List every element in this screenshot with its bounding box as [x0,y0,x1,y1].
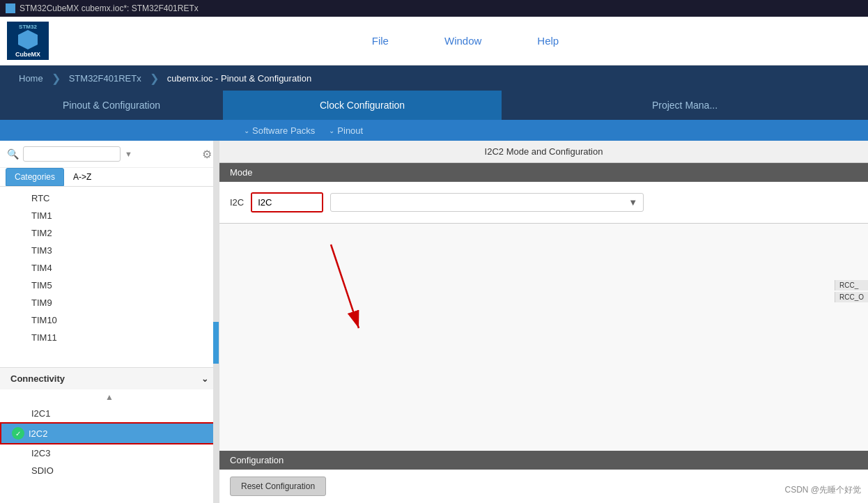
i2c-dropdown-highlighted[interactable] [251,192,323,212]
sub-tab-pinout[interactable]: ⌄ Pinout [329,125,363,136]
i2c-full-dropdown[interactable]: ▼ [330,193,644,212]
spacer [0,346,219,367]
search-dropdown-arrow[interactable]: ▼ [125,150,132,158]
reset-config-button[interactable]: Reset Configuration [230,477,326,496]
list-item-i2c3[interactable]: I2C3 [0,444,219,462]
sub-tab-pinout-label: Pinout [337,125,363,136]
annotation-area [219,224,868,377]
content-spacer [219,377,868,451]
list-item-i2c1[interactable]: I2C1 [0,405,219,422]
tab-project[interactable]: Project Mana... [502,91,868,120]
menu-window[interactable]: Window [437,31,488,50]
svg-line-1 [331,245,359,328]
scroll-indicator: ▲ [0,389,219,405]
mode-header: Mode [219,163,868,182]
sidebar: 🔍 ▼ ⚙ Categories A->Z RTC TIM1 TIM2 TIM3… [0,141,219,503]
sub-tab-software-packs-label: Software Packs [252,125,315,136]
tab-clock[interactable]: Clock Configuration [223,91,502,120]
sidebar-tab-categories[interactable]: Categories [6,168,64,186]
logo-line1: STM32 [19,24,37,30]
search-icon: 🔍 [7,148,19,160]
breadcrumb-sep-2: ❯ [150,72,159,85]
breadcrumb-current[interactable]: cubemx.ioc - Pinout & Configuration [159,73,320,84]
watermark: CSDN @先睡个好觉 [784,484,861,496]
panel-title: I2C2 Mode and Configuration [219,141,868,163]
logo: STM32 CubeMX [7,22,49,60]
menu-file[interactable]: File [365,31,396,50]
gear-icon[interactable]: ⚙ [202,148,212,161]
sidebar-tab-row: Categories A->Z [0,168,219,187]
content-area: I2C2 Mode and Configuration Mode I2C ▼ [219,141,868,503]
mode-section: Mode I2C ▼ [219,163,868,224]
breadcrumb-device[interactable]: STM32F401RETx [61,73,150,84]
i2c-value-input[interactable] [252,194,322,211]
list-item-tim2[interactable]: TIM2 [0,224,219,242]
sidebar-list: RTC TIM1 TIM2 TIM3 TIM4 TIM5 TIM9 TIM10 … [0,187,219,503]
dropdown-arrow-icon: ▼ [628,197,637,208]
title-text: STM32CubeMX cubemx.ioc*: STM32F401RETx [20,3,199,13]
connectivity-label: Connectivity [10,373,65,384]
right-labels: RCC_ RCC_O [835,280,868,302]
list-item-i2c2-selected[interactable]: ✓ I2C2 [0,422,219,444]
menu-help[interactable]: Help [530,31,566,50]
right-label-rcc-o: RCC_O [835,292,868,302]
sidebar-scrollbar-thumb[interactable] [213,322,219,364]
list-item-rtc[interactable]: RTC [0,189,219,207]
sub-tab-row: ⌄ Software Packs ⌄ Pinout [0,120,868,141]
logo-line2: CubeMX [15,51,40,58]
list-item-tim9[interactable]: TIM9 [0,294,219,311]
tab-pinout[interactable]: Pinout & Configuration [0,91,223,120]
search-input[interactable] [23,146,121,162]
menu-bar: STM32 CubeMX File Window Help [0,17,868,65]
chevron-down-icon-2: ⌄ [329,127,334,134]
config-header: Configuration [219,451,868,470]
chevron-down-icon: ⌄ [244,127,249,134]
connectivity-header[interactable]: Connectivity ⌄ [0,367,219,389]
breadcrumb-sep-1: ❯ [52,72,61,85]
list-item-tim1[interactable]: TIM1 [0,207,219,224]
logo-cube-icon [18,30,38,49]
sidebar-search-row: 🔍 ▼ ⚙ [0,141,219,168]
sidebar-tab-alpha[interactable]: A->Z [64,168,100,186]
title-bar: STM32CubeMX cubemx.ioc*: STM32F401RETx [0,0,868,17]
main-layout: 🔍 ▼ ⚙ Categories A->Z RTC TIM1 TIM2 TIM3… [0,141,868,503]
breadcrumb: Home ❯ STM32F401RETx ❯ cubemx.ioc - Pino… [0,65,868,91]
tab-header: Pinout & Configuration Clock Configurati… [0,91,868,120]
list-item-tim4[interactable]: TIM4 [0,259,219,277]
sub-tab-software-packs[interactable]: ⌄ Software Packs [244,125,315,136]
right-label-rcc: RCC_ [835,280,868,291]
check-icon: ✓ [12,427,24,440]
app-icon [6,3,15,13]
config-content: Reset Configuration [219,470,868,503]
mode-content: I2C ▼ [219,182,868,223]
list-item-i2c2-label: I2C2 [29,428,47,439]
list-item-tim3[interactable]: TIM3 [0,242,219,259]
list-item-tim10[interactable]: TIM10 [0,311,219,329]
red-arrow-svg [275,224,414,377]
list-item-tim5[interactable]: TIM5 [0,277,219,294]
menu-items: File Window Help [70,31,861,50]
sidebar-scrollbar[interactable] [213,141,219,503]
list-item-tim11[interactable]: TIM11 [0,329,219,346]
list-item-sdio[interactable]: SDIO [0,462,219,479]
breadcrumb-home[interactable]: Home [10,73,52,84]
i2c-mode-label: I2C [230,197,244,208]
config-section: Configuration Reset Configuration [219,451,868,503]
connectivity-chevron-icon: ⌄ [201,374,208,384]
scroll-up-icon[interactable]: ▲ [105,392,114,402]
